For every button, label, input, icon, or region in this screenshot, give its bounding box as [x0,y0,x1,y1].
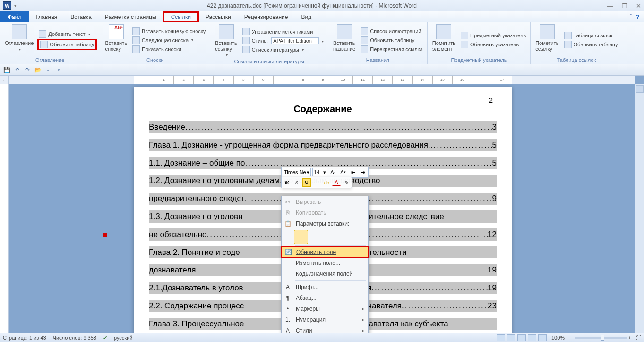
tab-home[interactable]: Главная [29,11,64,22]
decrease-indent-icon[interactable]: ⇤ [349,168,357,176]
view-web-icon[interactable] [517,334,526,341]
bold-icon[interactable]: Ж [283,178,291,187]
paragraph-icon: ¶ [283,294,292,302]
zoom-level[interactable]: 100% [551,335,565,341]
ribbon-tabs: Файл Главная Вставка Разметка страницы С… [0,11,644,22]
bibliography-button[interactable]: Список литературы [241,45,325,54]
tab-file[interactable]: Файл [0,11,29,22]
size-select[interactable]: 14▾ [312,168,327,176]
underline-icon[interactable]: Ч [302,178,311,187]
endnote-label: Вставить концевую сноску [142,28,206,34]
horizontal-ruler[interactable]: 1234567891011121314151617 [9,76,635,84]
next-footnote-button[interactable]: Следующая сноска [131,36,207,44]
grow-font-icon[interactable]: A▴ [329,168,337,176]
menu-bullets-label: Маркеры [296,306,320,312]
menu-numbering[interactable]: 1.Нумерация [282,314,368,325]
view-reading-icon[interactable] [507,334,515,341]
ribbon-minimize-icon[interactable]: ˇ [630,14,632,20]
mark-citation-button[interactable]: Пометитьссылку [533,23,560,57]
titlebar: W ▾ 422 дознаватель.doc [Режим ограничен… [0,0,644,11]
menu-styles[interactable]: AСтили [282,325,368,333]
redo-icon[interactable]: ↷ [24,66,31,74]
italic-icon[interactable]: К [292,178,301,187]
zoom-slider[interactable] [575,337,627,339]
status-page[interactable]: Страница: 1 из 43 [3,335,46,341]
tab-page-layout[interactable]: Разметка страницы [98,11,163,22]
table-authorities-button[interactable]: Таблица ссылок [563,31,619,40]
status-words[interactable]: Число слов: 9 353 [53,335,96,341]
style-value[interactable]: APA Fifth Edition [271,37,319,44]
insert-endnote-button[interactable]: Вставить концевую сноску [131,27,207,35]
font-select[interactable]: Times Ne▾ [283,168,311,176]
save-icon[interactable]: 💾 [3,66,10,74]
view-draft-icon[interactable] [538,334,547,341]
side-tool-icon[interactable] [636,85,644,93]
update-toc-label: Обновить таблицу [50,42,94,47]
illustrations-list-button[interactable]: Список иллюстраций [359,27,424,35]
status-language[interactable]: русский [114,335,132,341]
footnote-icon: AB¹ [109,24,124,39]
align-center-icon[interactable]: ≡ [312,178,321,187]
add-text-button[interactable]: Добавить текст [37,30,97,38]
font-color-icon[interactable]: A [332,179,341,186]
format-painter-icon[interactable]: ✎ [342,178,351,187]
mark-citation-icon [540,24,555,39]
update-icon [564,41,572,48]
paste-option-icon[interactable] [294,230,308,244]
manage-sources-button[interactable]: Управление источниками [241,27,325,36]
view-print-layout-icon[interactable] [497,334,505,341]
view-outline-icon[interactable] [528,334,536,341]
status-proofing-icon[interactable]: ✔ [103,335,107,341]
toc-button[interactable]: Оглавление [3,23,35,57]
cross-reference-label: Перекрестная ссылка [370,46,423,52]
update-authorities-button[interactable]: Обновить таблицу [563,40,619,49]
endnote-icon [132,27,140,35]
open-icon[interactable]: 📂 [34,66,42,74]
insert-footnote-button[interactable]: AB¹Вставитьсноску [103,23,129,57]
zoom-in-icon[interactable]: + [628,335,631,341]
insert-caption-button[interactable]: Вставитьназвание [331,23,357,57]
tab-insert[interactable]: Вставка [64,11,98,22]
increase-indent-icon[interactable]: ⇥ [359,168,367,176]
menu-copy: ⎘Копировать [282,207,368,218]
tab-mailings[interactable]: Рассылки [199,11,238,22]
menu-font[interactable]: AШрифт... [282,281,368,292]
new-icon[interactable]: ▫ [44,66,52,74]
insert-index-button[interactable]: Предметный указатель [459,31,527,40]
vertical-ruler[interactable] [0,84,9,333]
shrink-font-icon[interactable]: A▾ [339,168,347,176]
add-text-icon [39,30,46,38]
update-captions-button[interactable]: Обновить таблицу [359,36,424,44]
insert-citation-button[interactable]: Вставитьссылку [213,23,239,58]
maximize-icon[interactable]: ❐ [622,2,627,9]
tab-view[interactable]: Вид [294,11,318,22]
zoom-out-icon[interactable]: − [569,335,572,341]
highlight-icon[interactable]: ab [322,178,331,187]
update-toc-button[interactable]: Обновить таблицу [37,39,97,50]
help-icon[interactable]: ? [636,14,639,20]
menu-bullets[interactable]: •Маркеры [282,303,368,314]
tab-review[interactable]: Рецензирование [238,11,295,22]
minimize-icon[interactable]: — [607,2,613,9]
menu-update-field[interactable]: 🔄Обновить поле [281,246,369,258]
close-icon[interactable]: ✕ [636,2,641,9]
mark-entry-button[interactable]: Пометитьэлемент [430,23,457,57]
zoom-thumb[interactable] [601,335,604,341]
sources-icon [242,28,250,35]
qat-customize-icon[interactable]: ▾ [55,66,62,74]
ruler-corner[interactable]: ⌐ [0,76,9,84]
menu-paste-options: 📋Параметры вставки: [282,218,368,229]
tab-references[interactable]: Ссылки [163,11,199,22]
show-notes-button[interactable]: Показать сноски [131,45,207,53]
bibliography-icon [242,46,250,53]
cross-reference-button[interactable]: Перекрестная ссылка [359,45,424,53]
menu-paragraph[interactable]: ¶Абзац... [282,292,368,303]
update-index-button[interactable]: Обновить указатель [459,40,527,49]
menu-field-codes[interactable]: Коды/значения полей [282,268,368,279]
undo-icon[interactable]: ↶ [13,66,21,74]
fullscreen-icon[interactable]: ⛶ [636,335,641,341]
menu-edit-field[interactable]: Изменить поле... [282,257,368,268]
update-icon [461,41,468,48]
index-icon [461,32,468,39]
style-select[interactable]: Стиль:APA Fifth Edition [241,36,325,45]
